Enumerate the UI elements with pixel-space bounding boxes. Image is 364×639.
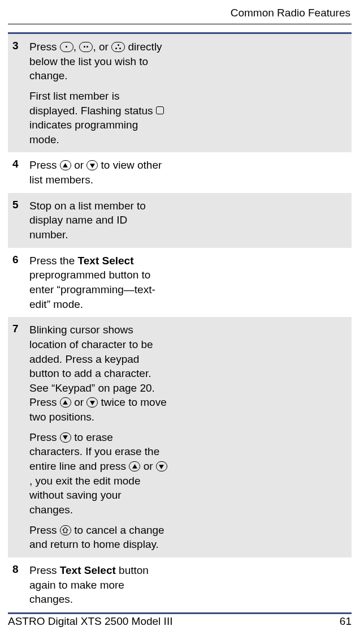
softkey-one-dot-icon <box>60 42 73 52</box>
step-body: Stop on a list member to display name an… <box>29 199 171 242</box>
text-run: Press the <box>29 255 78 267</box>
step-paragraph: Press or to view other list members. <box>29 158 167 187</box>
step-number: 8 <box>8 563 29 607</box>
step-row: 4Press or to view other list members. <box>8 152 352 192</box>
text-run: or <box>71 159 86 171</box>
text-run: or <box>140 460 155 472</box>
step-number: 3 <box>8 40 29 147</box>
page-header-title: Common Radio Features <box>8 6 352 19</box>
text-run: Press <box>29 431 60 443</box>
nav-up-icon <box>60 397 71 408</box>
text-run: or <box>71 396 86 408</box>
step-paragraph: Press to cancel a change and return to h… <box>29 523 167 552</box>
text-run: , <box>73 41 80 53</box>
text-run: , you exit the edit mode without saving … <box>29 475 140 516</box>
step-paragraph: Blinking cursor shows location of charac… <box>29 323 167 424</box>
svg-marker-4 <box>63 435 68 440</box>
svg-marker-2 <box>63 400 68 405</box>
softkey-two-dot-icon <box>79 42 93 52</box>
step-row: 5Stop on a list member to display name a… <box>8 193 352 248</box>
text-run: Press <box>29 159 60 171</box>
text-run: Press <box>29 524 60 536</box>
svg-marker-1 <box>90 164 95 168</box>
step-number: 4 <box>8 158 29 187</box>
step-row: 3Press , , or directly below the list yo… <box>8 34 352 152</box>
nav-down-icon <box>60 432 71 443</box>
svg-marker-0 <box>63 163 68 168</box>
step-body: Press , , or directly below the list you… <box>29 40 171 147</box>
step-paragraph: Stop on a list member to display name an… <box>29 199 167 242</box>
step-body: Press or to view other list members. <box>29 158 171 187</box>
nav-down-icon <box>156 461 167 471</box>
nav-up-icon <box>60 160 71 170</box>
svg-marker-5 <box>132 464 137 469</box>
nav-down-icon <box>86 160 98 170</box>
svg-marker-3 <box>90 401 95 405</box>
step-body: Press the Text Select preprogrammed butt… <box>29 254 171 312</box>
bold-text: Text Select <box>60 564 116 576</box>
step-paragraph: First list member is displayed. Flashing… <box>29 89 167 147</box>
text-run: preprogrammed button to enter “programmi… <box>29 269 155 310</box>
bold-text: Text Select <box>78 255 134 267</box>
step-row: 6Press the Text Select preprogrammed but… <box>8 248 352 318</box>
home-icon <box>60 525 71 535</box>
step-row: 8Press Text Select button again to make … <box>8 557 352 612</box>
step-row: 7Blinking cursor shows location of chara… <box>8 317 352 557</box>
text-run: indicates programming mode. <box>29 119 138 145</box>
step-number: 6 <box>8 254 29 312</box>
svg-marker-6 <box>159 465 164 469</box>
footer-page-number: 61 <box>340 615 352 628</box>
header-rule <box>8 24 352 24</box>
step-paragraph: Press the Text Select preprogrammed butt… <box>29 254 167 312</box>
page-footer: ASTRO Digital XTS 2500 Model III 61 <box>8 615 352 628</box>
status-indicator-icon <box>156 106 164 114</box>
softkey-three-dot-icon <box>111 42 125 52</box>
step-paragraph: Press , , or directly below the list you… <box>29 40 167 83</box>
steps-table: 3Press , , or directly below the list yo… <box>8 32 352 614</box>
nav-down-icon <box>86 397 98 408</box>
text-run: First list member is displayed. Flashing… <box>29 90 156 117</box>
step-body: Press Text Select button again to make m… <box>29 563 171 607</box>
page: Common Radio Features 3Press , , or dire… <box>0 0 364 639</box>
text-run: , or <box>93 41 111 53</box>
text-run: Stop on a list member to display name an… <box>29 200 146 241</box>
nav-up-icon <box>129 461 140 471</box>
step-paragraph: Press Text Select button again to make m… <box>29 563 167 607</box>
step-body: Blinking cursor shows location of charac… <box>29 323 171 552</box>
text-run: Press <box>29 41 60 53</box>
footer-left: ASTRO Digital XTS 2500 Model III <box>8 615 172 628</box>
text-run: Press <box>29 564 60 576</box>
step-paragraph: Press to erase characters. If you erase … <box>29 430 167 517</box>
step-number: 5 <box>8 199 29 242</box>
step-number: 7 <box>8 323 29 552</box>
